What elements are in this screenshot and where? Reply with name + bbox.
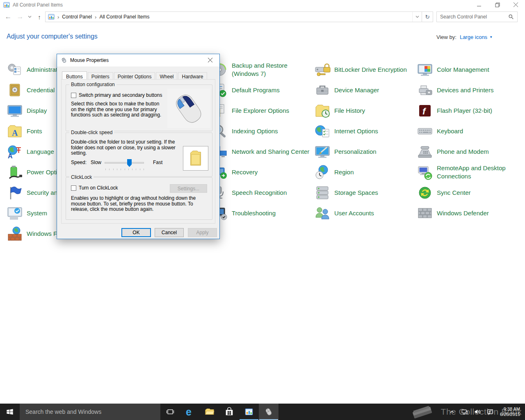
book-icon (411, 403, 438, 420)
taskbar-control-panel[interactable] (239, 404, 259, 420)
cp-item-keyboard[interactable]: Keyboard (417, 121, 463, 141)
cp-item-sync-center[interactable]: Sync Center (417, 183, 471, 203)
cp-item-file-history[interactable]: File History (314, 101, 365, 121)
window-title: All Control Panel Items (13, 2, 63, 8)
cp-item-indexing-options[interactable]: Indexing Options (212, 121, 278, 141)
color-management-icon (417, 62, 433, 78)
breadcrumb-control-panel[interactable]: Control Panel (62, 14, 92, 20)
control-panel-icon (48, 14, 55, 20)
dialog-close-button[interactable] (201, 54, 219, 66)
cp-item-label: Region (334, 168, 354, 176)
cp-item-label: Personalization (334, 148, 377, 156)
file-explorer-icon (205, 407, 215, 417)
cp-item-troubleshooting[interactable]: Troubleshooting (212, 203, 276, 223)
power-options-icon (7, 164, 23, 180)
flash-player-icon: f (417, 103, 433, 119)
switch-buttons-checkbox[interactable]: Switch primary and secondary buttons (71, 92, 162, 98)
back-button[interactable]: ← (2, 10, 14, 24)
restore-button[interactable] (488, 0, 507, 9)
admin-tools-icon (7, 62, 23, 78)
cp-item-device-manager[interactable]: Device Manager (314, 80, 379, 100)
devices-printers-icon (417, 82, 433, 98)
address-bar[interactable]: › Control Panel › All Control Panel Item… (45, 11, 433, 22)
storage-spaces-icon (314, 185, 331, 201)
double-click-slider-thumb[interactable] (127, 159, 132, 167)
cp-item-color-management[interactable]: Color Management (417, 60, 489, 80)
cp-item-label: Network and Sharing Center (232, 148, 309, 156)
taskbar-search-input[interactable] (20, 408, 160, 415)
cp-item-default-programs[interactable]: Default Programs (212, 80, 280, 100)
cp-item-network-and-sharing-center[interactable]: Network and Sharing Center (212, 142, 309, 162)
bitlocker-icon (314, 62, 331, 78)
taskbar-search (20, 404, 160, 420)
cp-item-display[interactable]: Display (7, 101, 47, 121)
taskbar-clock[interactable]: 9:38 AM 6/26/2015 (498, 406, 524, 417)
cp-item-remoteapp-and-desktop-connections[interactable]: RemoteApp and Desktop Connections (417, 162, 515, 182)
taskbar-mouse-properties[interactable] (259, 404, 278, 420)
cp-item-personalization[interactable]: Personalization (314, 142, 377, 162)
apply-button[interactable]: Apply (188, 228, 217, 237)
recent-pages-chevron[interactable] (25, 10, 34, 24)
cp-item-flash-player-32-bit[interactable]: fFlash Player (32-bit) (417, 101, 492, 121)
search-icon[interactable] (505, 14, 517, 20)
network-icon[interactable] (460, 404, 469, 420)
cp-item-label: Keyboard (437, 127, 463, 135)
taskbar-store[interactable] (219, 404, 239, 420)
cp-item-devices-and-printers[interactable]: Devices and Printers (417, 80, 493, 100)
view-by-selector[interactable]: Large icons ▼ (460, 34, 493, 40)
windows-defender-icon (417, 205, 433, 221)
cp-item-label: RemoteApp and Desktop Connections (437, 164, 515, 180)
action-center-icon[interactable] (486, 404, 495, 420)
language-icon: A (7, 144, 23, 160)
forward-button[interactable]: → (15, 10, 25, 24)
dialog-button-row: OK Cancel Apply (57, 228, 219, 238)
cp-item-bitlocker-drive-encryption[interactable]: BitLocker Drive Encryption (314, 60, 407, 80)
cp-item-internet-options[interactable]: Internet Options (314, 121, 378, 141)
show-hidden-icons-chevron[interactable] (447, 404, 457, 420)
credential-manager-icon (7, 82, 23, 98)
svg-text:A: A (8, 153, 13, 160)
double-click-test-area[interactable] (183, 146, 208, 171)
cp-item-language[interactable]: ALanguage (7, 142, 54, 162)
minimize-button[interactable] (470, 0, 488, 9)
svg-text:e: e (186, 406, 192, 417)
taskbar-file-explorer[interactable] (200, 404, 219, 420)
cancel-button[interactable]: Cancel (155, 228, 184, 237)
mouse-properties-dialog: Mouse Properties Buttons Pointers Pointe… (57, 54, 220, 239)
up-button[interactable]: ↑ (34, 10, 44, 24)
cp-item-file-explorer-options[interactable]: File Explorer Options (212, 101, 289, 121)
mouse-icon (61, 57, 67, 64)
user-accounts-icon (314, 205, 331, 221)
refresh-icon[interactable]: ↻ (422, 12, 433, 22)
cp-item-system[interactable]: System (7, 203, 47, 223)
cp-item-phone-and-modem[interactable]: Phone and Modem (417, 142, 489, 162)
checkbox-icon[interactable] (71, 185, 76, 191)
taskbar-edge[interactable]: e (180, 404, 200, 420)
slow-label: Slow (91, 160, 101, 165)
cp-item-speech-recognition[interactable]: Speech Recognition (212, 183, 287, 203)
double-click-slider[interactable] (105, 162, 144, 164)
task-view-button[interactable] (160, 404, 180, 420)
close-button[interactable] (507, 0, 525, 9)
clicklock-settings-button[interactable]: Settings... (170, 184, 207, 193)
cp-item-fonts[interactable]: AFonts (7, 121, 42, 141)
cp-item-backup-and-restore-windows-7[interactable]: Backup and Restore (Windows 7) (212, 60, 310, 80)
cp-item-label: Troubleshooting (232, 209, 276, 217)
checkbox-icon[interactable] (71, 93, 76, 98)
clicklock-checkbox[interactable]: Turn on ClickLock (71, 185, 118, 191)
navigation-bar: ← → ↑ › Control Panel › All Control Pane… (0, 10, 525, 24)
cp-item-windows-defender[interactable]: Windows Defender (417, 203, 489, 223)
volume-icon[interactable] (473, 404, 482, 420)
cp-item-label: Backup and Restore (Windows 7) (232, 62, 310, 78)
start-button[interactable] (0, 404, 20, 420)
search-input[interactable] (437, 14, 505, 20)
cp-item-user-accounts[interactable]: User Accounts (314, 203, 374, 223)
address-dropdown-chevron[interactable] (412, 12, 422, 22)
breadcrumb-all-items[interactable]: All Control Panel Items (99, 14, 149, 20)
cp-item-region[interactable]: Region (314, 162, 354, 182)
ok-button[interactable]: OK (121, 228, 151, 237)
group-legend: Button configuration (69, 82, 116, 87)
chevron-right-icon: › (57, 14, 60, 20)
control-panel-icon (3, 2, 10, 8)
cp-item-storage-spaces[interactable]: Storage Spaces (314, 183, 378, 203)
